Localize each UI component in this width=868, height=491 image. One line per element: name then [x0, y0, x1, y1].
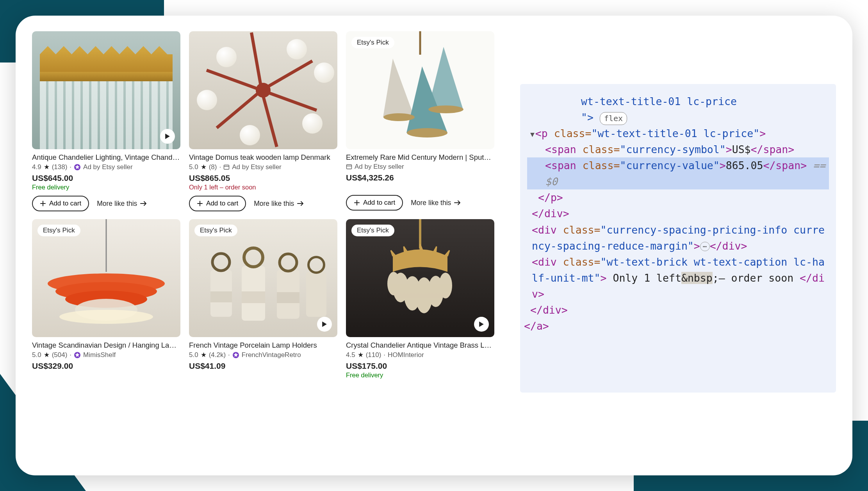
product-title[interactable]: Vintage Scandinavian Design / Hanging La… — [32, 341, 180, 350]
more-like-this-link[interactable]: More like this — [97, 200, 147, 208]
review-count: (8) — [209, 163, 217, 171]
product-tile[interactable]: Vintage Domus teak wooden lamp Denmark 5… — [189, 31, 337, 211]
svg-point-7 — [428, 105, 463, 113]
svg-rect-9 — [347, 165, 352, 169]
product-tile[interactable]: Etsy's Pick Extremely Rare Mid Century M… — [346, 31, 494, 211]
product-price: US$645.00 — [32, 173, 180, 183]
add-to-cart-button[interactable]: Add to cart — [346, 195, 403, 211]
svg-point-8 — [407, 128, 447, 137]
star-seller-icon — [74, 352, 81, 359]
product-image[interactable]: Etsy's Pick — [346, 31, 494, 149]
product-image[interactable]: Etsy's Pick — [189, 219, 337, 337]
svg-point-6 — [383, 113, 415, 121]
more-like-this-link[interactable]: More like this — [254, 200, 304, 208]
product-tile[interactable]: Etsy's Pick Vintage Scandinavian Design … — [32, 219, 180, 379]
separator: · — [219, 163, 221, 171]
product-meta: 5.0 ★ (8) · Ad by Etsy seller — [189, 163, 337, 171]
rating-value: 5.0 — [189, 351, 198, 359]
product-title[interactable]: Extremely Rare Mid Century Modern | Sput… — [346, 153, 494, 162]
product-price: US$4,325.26 — [346, 173, 494, 182]
code-line[interactable]: </a> — [521, 318, 829, 334]
product-tile[interactable]: Etsy's Pick Crystal Chandelier Antique V… — [346, 219, 494, 379]
ad-box-icon — [346, 164, 352, 170]
product-actions: Add to cart More like this — [346, 195, 494, 211]
product-title[interactable]: Vintage Domus teak wooden lamp Denmark — [189, 153, 337, 162]
add-to-cart-button[interactable]: Add to cart — [32, 196, 89, 211]
code-line[interactable]: <div class="currency-spacing-pricing-inf… — [527, 222, 829, 254]
code-line[interactable]: ▼<p class="wt-text-title-01 lc-price"> — [527, 125, 829, 141]
ellipsis-expand-icon[interactable]: ⋯ — [700, 242, 710, 251]
seller-name[interactable]: MimisShelf — [83, 351, 116, 359]
stock-warning-label: Only 1 left – order soon — [189, 184, 337, 191]
product-image[interactable]: Etsy's Pick — [32, 219, 180, 337]
code-line[interactable]: <div class="wt-text-brick wt-text-captio… — [527, 254, 829, 302]
review-count: (504) — [52, 351, 68, 359]
star-icon: ★ — [44, 163, 50, 171]
product-tile[interactable]: Etsy's Pick French Vintage Porcelain Lam… — [189, 219, 337, 379]
rating-value: 4.9 — [32, 163, 41, 171]
play-icon[interactable] — [160, 129, 175, 144]
code-line[interactable]: </p> — [527, 189, 829, 205]
seller-name[interactable]: HOMInterior — [388, 351, 424, 359]
product-meta: 5.0 ★ (504) · MimisShelf — [32, 351, 180, 359]
svg-point-22 — [244, 248, 263, 267]
svg-rect-26 — [306, 272, 326, 317]
separator: · — [70, 163, 71, 171]
review-count: (110) — [366, 351, 381, 359]
ad-badge-icon — [74, 164, 81, 171]
svg-point-27 — [308, 257, 324, 273]
flex-badge[interactable]: flex — [600, 112, 627, 125]
product-title[interactable]: Antique Chandelier Lighting, Vintage Cha… — [32, 153, 180, 162]
review-count: (138) — [52, 163, 68, 171]
product-actions: Add to cart More like this — [189, 196, 337, 211]
product-meta: 4.9 ★ (138) · Ad by Etsy seller — [32, 163, 180, 171]
free-delivery-label: Free delivery — [346, 371, 494, 379]
product-tile[interactable]: Antique Chandelier Lighting, Vintage Cha… — [32, 31, 180, 211]
rating-value: 5.0 — [189, 163, 198, 171]
svg-rect-18 — [210, 291, 232, 302]
code-line: wt-text-title-01 lc-price — [527, 93, 829, 109]
svg-point-34 — [439, 273, 452, 298]
svg-marker-3 — [383, 59, 414, 117]
product-image[interactable] — [189, 31, 337, 149]
product-image[interactable]: Etsy's Pick — [346, 219, 494, 337]
product-actions: Add to cart More like this — [32, 196, 180, 211]
product-price: US$865.05 — [189, 173, 337, 183]
devtools-code-panel[interactable]: wt-text-title-01 lc-price "> flex ▼<p cl… — [520, 84, 836, 393]
ad-box-icon — [223, 164, 230, 170]
star-icon: ★ — [201, 163, 207, 171]
star-icon: ★ — [358, 351, 364, 359]
code-line[interactable]: <span class="currency-symbol">US$</span> — [527, 141, 829, 157]
product-title[interactable]: French Vintage Porcelain Lamp Holders — [189, 341, 337, 350]
rating-value: 4.5 — [346, 351, 355, 359]
more-like-this-link[interactable]: More like this — [411, 199, 461, 207]
svg-point-15 — [59, 310, 153, 324]
separator: · — [383, 351, 385, 359]
code-line-selected[interactable]: <span class="currency-value">865.05</spa… — [527, 157, 829, 189]
code-line[interactable]: </div> — [527, 205, 829, 221]
separator: · — [228, 351, 230, 359]
play-icon[interactable] — [474, 317, 489, 332]
free-delivery-label: Free delivery — [32, 184, 180, 191]
product-image[interactable] — [32, 31, 180, 149]
code-line: "> flex — [527, 109, 829, 125]
product-grid: Antique Chandelier Lighting, Vintage Cha… — [32, 31, 504, 379]
ad-label: Ad by Etsy seller — [83, 163, 133, 171]
product-price: US$329.00 — [32, 361, 180, 371]
collapse-toggle-icon[interactable]: ▼ — [530, 129, 535, 140]
svg-rect-24 — [277, 292, 299, 303]
ad-label: Ad by Etsy seller — [232, 163, 282, 171]
code-line[interactable]: </div> — [527, 302, 829, 318]
add-to-cart-button[interactable]: Add to cart — [189, 196, 246, 211]
product-meta: Ad by Etsy seller — [346, 163, 494, 171]
review-count: (4.2k) — [209, 351, 226, 359]
separator: · — [70, 351, 71, 359]
star-icon: ★ — [201, 351, 207, 359]
seller-name[interactable]: FrenchVintageRetro — [242, 351, 301, 359]
star-icon: ★ — [44, 351, 50, 359]
screenshot-card: Antique Chandelier Lighting, Vintage Cha… — [16, 16, 852, 475]
svg-point-35 — [387, 272, 400, 295]
product-title[interactable]: Crystal Chandelier Antique Vintage Brass… — [346, 341, 494, 350]
play-icon[interactable] — [317, 317, 332, 332]
star-seller-icon — [232, 352, 239, 359]
